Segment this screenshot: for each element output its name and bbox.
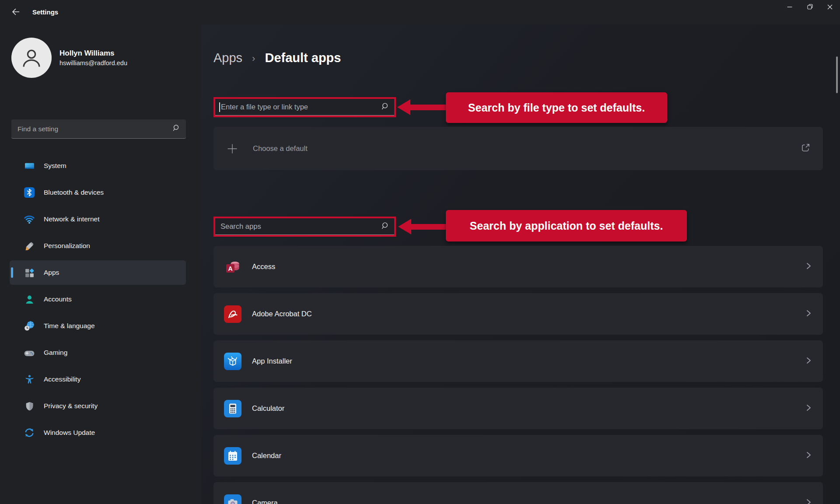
sidebar-item-label: Bluetooth & devices (44, 189, 104, 196)
sidebar-nav: System Bluetooth & devices Network & int… (10, 154, 186, 447)
avatar (11, 38, 52, 78)
sidebar-item-label: Personalization (44, 242, 90, 250)
system-icon (24, 160, 35, 172)
accounts-icon (24, 294, 35, 305)
user-account-card[interactable]: Hollyn Williams hswilliams@radford.edu (11, 38, 127, 78)
app-name: App Installer (252, 357, 805, 365)
app-name: Calculator (252, 404, 805, 413)
sidebar-item-time-language[interactable]: Time & language (10, 314, 186, 338)
chevron-right-icon (805, 309, 812, 319)
sidebar-item-system[interactable]: System (10, 154, 186, 178)
sidebar-item-label: System (44, 162, 66, 170)
personalization-icon (24, 240, 35, 252)
app-name: Adobe Acrobat DC (252, 310, 805, 318)
restore-button[interactable] (800, 0, 820, 15)
settings-sidebar: Hollyn Williams hswilliams@radford.edu F… (0, 24, 201, 504)
arrow-left-icon (397, 99, 410, 115)
app-row-calendar[interactable]: Calendar (214, 435, 823, 476)
app-installer-app-icon (224, 353, 242, 370)
privacy-icon (24, 400, 35, 412)
camera-app-icon (224, 494, 242, 504)
back-arrow-icon (11, 7, 20, 18)
sidebar-item-label: Network & internet (44, 215, 100, 223)
sidebar-item-label: Windows Update (44, 429, 95, 437)
sidebar-item-network-internet[interactable]: Network & internet (10, 207, 186, 231)
app-search-input[interactable]: Search apps (215, 218, 394, 235)
file-type-search-placeholder: Enter a file type or link type (220, 103, 381, 111)
calendar-app-icon (224, 447, 242, 465)
restore-icon (807, 4, 813, 11)
chevron-right-icon (805, 262, 812, 272)
apps-icon (24, 267, 35, 278)
calculator-app-icon (224, 400, 242, 417)
app-row-calculator[interactable]: Calculator (214, 388, 823, 429)
choose-a-default-button[interactable]: Choose a default (214, 127, 823, 170)
chevron-right-icon (805, 404, 812, 413)
sidebar-item-label: Accounts (44, 295, 72, 303)
vertical-scrollbar[interactable] (836, 56, 838, 93)
app-search-annotation-box: Search apps (214, 217, 396, 237)
file-type-search-input[interactable]: Enter a file type or link type (215, 99, 394, 116)
app-name: Calendar (252, 452, 805, 460)
sidebar-item-label: Accessibility (44, 375, 80, 383)
choose-a-default-label: Choose a default (253, 144, 801, 153)
file-type-annotation-label: Search by file type to set defaults. (446, 92, 667, 123)
sidebar-item-apps[interactable]: Apps (10, 260, 186, 285)
back-button[interactable] (7, 6, 24, 19)
app-search-placeholder: Search apps (220, 222, 381, 231)
network-icon (24, 214, 35, 225)
plus-icon (226, 142, 239, 155)
close-icon (827, 4, 833, 11)
sidebar-item-label: Time & language (44, 322, 95, 330)
default-apps-page: Apps › Default apps Set a default for a … (201, 24, 840, 504)
close-button[interactable] (820, 0, 840, 15)
chevron-right-icon (805, 357, 812, 366)
page-title: Default apps (265, 51, 341, 65)
text-caret (219, 102, 220, 112)
app-search-annotation-label: Search by application to set defaults. (446, 210, 687, 242)
sidebar-item-label: Gaming (44, 349, 67, 357)
breadcrumb-separator-icon: › (252, 53, 255, 64)
svg-text:A: A (228, 265, 232, 272)
window-title: Settings (32, 0, 58, 24)
sidebar-item-bluetooth-devices[interactable]: Bluetooth & devices (10, 180, 186, 205)
open-external-icon (801, 143, 811, 154)
user-name: Hollyn Williams (60, 48, 127, 59)
default-apps-list: A Access Adobe Acrobat DC App Installer … (214, 246, 823, 504)
minimize-icon (787, 4, 792, 11)
app-name: Access (252, 262, 805, 271)
find-a-setting-placeholder: Find a setting (18, 125, 172, 133)
app-row-camera[interactable]: Camera (214, 482, 823, 504)
sidebar-item-privacy-security[interactable]: Privacy & security (10, 394, 186, 418)
sidebar-item-accounts[interactable]: Accounts (10, 287, 186, 312)
app-row-app-installer[interactable]: App Installer (214, 340, 823, 382)
sidebar-item-accessibility[interactable]: Accessibility (10, 367, 186, 392)
app-name: Camera (252, 499, 805, 504)
sidebar-item-windows-update[interactable]: Windows Update (10, 420, 186, 445)
app-row-access[interactable]: A Access (214, 246, 823, 287)
windows-update-icon (24, 427, 35, 438)
time-language-icon (24, 320, 35, 332)
sidebar-item-personalization[interactable]: Personalization (10, 234, 186, 258)
file-type-annotation-box: Enter a file type or link type (214, 97, 396, 117)
search-icon (381, 102, 389, 112)
breadcrumb-apps[interactable]: Apps (214, 51, 242, 65)
find-a-setting-input[interactable]: Find a setting (11, 119, 186, 139)
chevron-right-icon (805, 451, 812, 461)
sidebar-item-label: Apps (44, 269, 59, 276)
user-email: hswilliams@radford.edu (60, 59, 127, 67)
search-icon (381, 222, 389, 231)
arrow-left-icon (398, 219, 411, 234)
accessibility-icon (24, 374, 35, 385)
search-icon (172, 124, 180, 133)
gaming-icon (24, 347, 35, 358)
minimize-button[interactable] (780, 0, 800, 15)
sidebar-item-gaming[interactable]: Gaming (10, 340, 186, 365)
chevron-right-icon (805, 498, 812, 504)
breadcrumb: Apps › Default apps (214, 51, 341, 65)
sidebar-item-label: Privacy & security (44, 402, 98, 410)
titlebar: Settings (0, 0, 840, 24)
app-row-adobe-acrobat-dc[interactable]: Adobe Acrobat DC (214, 293, 823, 335)
person-icon (20, 46, 43, 69)
bluetooth-icon (24, 187, 35, 198)
